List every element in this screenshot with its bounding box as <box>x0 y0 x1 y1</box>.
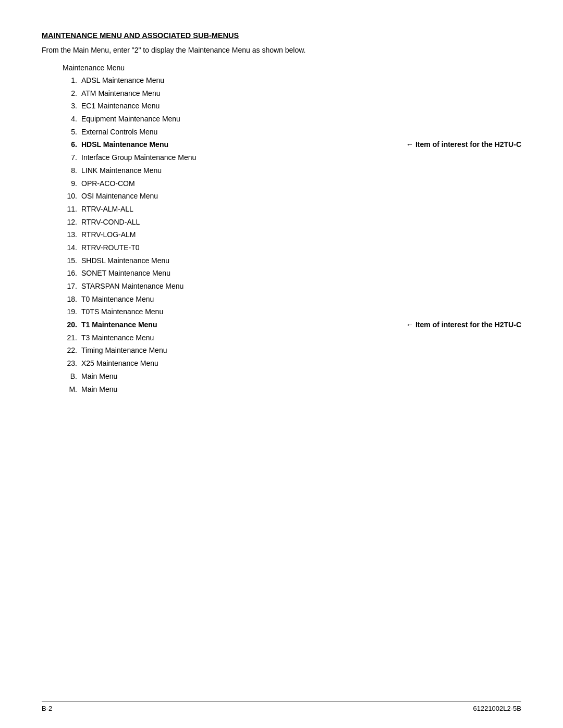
item-label: Main Menu <box>81 371 521 382</box>
item-label: RTRV-ALM-ALL <box>81 204 521 215</box>
item-number: 13. <box>63 229 81 241</box>
item-number: 20. <box>63 319 81 331</box>
list-item: 16.SONET Maintenance Menu <box>63 268 521 279</box>
section-title: MAINTENANCE MENU AND ASSOCIATED SUB-MENU… <box>42 31 521 40</box>
item-number: 17. <box>63 281 81 292</box>
item-label: Interface Group Maintenance Menu <box>81 152 521 164</box>
item-annotation: ← Item of interest for the H2TU-C <box>406 319 521 331</box>
item-label: ADSL Maintenance Menu <box>81 75 521 87</box>
item-label: X25 Maintenance Menu <box>81 358 521 369</box>
item-number: 11. <box>63 204 81 215</box>
list-item: 23.X25 Maintenance Menu <box>63 358 521 369</box>
item-label: Equipment Maintenance Menu <box>81 114 521 125</box>
list-item: 8.LINK Maintenance Menu <box>63 165 521 177</box>
item-number: B. <box>63 371 81 382</box>
list-item: 12.RTRV-COND-ALL <box>63 217 521 228</box>
footer: B-2 61221002L2-5B <box>42 701 521 712</box>
item-number: 15. <box>63 255 81 267</box>
intro-text: From the Main Menu, enter "2" to display… <box>42 46 521 54</box>
menu-label: Maintenance Menu <box>63 64 521 72</box>
footer-right: 61221002L2-5B <box>473 705 521 712</box>
item-label: External Controls Menu <box>81 127 521 138</box>
menu-list: 1.ADSL Maintenance Menu2.ATM Maintenance… <box>63 75 521 395</box>
item-label: Main Menu <box>81 384 521 396</box>
list-item: 17.STARSPAN Maintenance Menu <box>63 281 521 292</box>
item-label: STARSPAN Maintenance Menu <box>81 281 521 292</box>
item-label: RTRV-ROUTE-T0 <box>81 242 521 254</box>
list-item: 20.T1 Maintenance Menu← Item of interest… <box>63 319 521 331</box>
item-number: 10. <box>63 191 81 202</box>
item-number: 6. <box>63 139 81 151</box>
item-number: 5. <box>63 127 81 138</box>
list-item: 15.SHDSL Maintenance Menu <box>63 255 521 267</box>
list-item: 10.OSI Maintenance Menu <box>63 191 521 202</box>
list-item: M.Main Menu <box>63 384 521 396</box>
item-label: T0TS Maintenance Menu <box>81 306 521 318</box>
item-label: OSI Maintenance Menu <box>81 191 521 202</box>
item-label: Timing Maintenance Menu <box>81 345 521 356</box>
list-item: B.Main Menu <box>63 371 521 382</box>
item-number: 21. <box>63 332 81 344</box>
list-item: 22.Timing Maintenance Menu <box>63 345 521 356</box>
list-item: 18.T0 Maintenance Menu <box>63 294 521 305</box>
list-item: 1.ADSL Maintenance Menu <box>63 75 521 87</box>
item-label: EC1 Maintenance Menu <box>81 101 521 112</box>
item-number: 2. <box>63 88 81 100</box>
item-number: 8. <box>63 165 81 177</box>
list-item: 2.ATM Maintenance Menu <box>63 88 521 100</box>
list-item: 5.External Controls Menu <box>63 127 521 138</box>
page: MAINTENANCE MENU AND ASSOCIATED SUB-MENU… <box>0 0 563 728</box>
item-label: RTRV-COND-ALL <box>81 217 521 228</box>
item-number: 7. <box>63 152 81 164</box>
item-number: 16. <box>63 268 81 279</box>
list-item: 21.T3 Maintenance Menu <box>63 332 521 344</box>
item-label: RTRV-LOG-ALM <box>81 229 521 241</box>
list-item: 13.RTRV-LOG-ALM <box>63 229 521 241</box>
item-number: 1. <box>63 75 81 87</box>
item-number: 9. <box>63 178 81 190</box>
item-label: T1 Maintenance Menu <box>81 319 375 331</box>
item-number: 22. <box>63 345 81 356</box>
item-label: LINK Maintenance Menu <box>81 165 521 177</box>
item-label: SHDSL Maintenance Menu <box>81 255 521 267</box>
list-item: 14.RTRV-ROUTE-T0 <box>63 242 521 254</box>
menu-container: Maintenance Menu 1.ADSL Maintenance Menu… <box>63 64 521 395</box>
list-item: 3.EC1 Maintenance Menu <box>63 101 521 112</box>
list-item: 19.T0TS Maintenance Menu <box>63 306 521 318</box>
item-label: T0 Maintenance Menu <box>81 294 521 305</box>
item-number: 4. <box>63 114 81 125</box>
item-label: HDSL Maintenance Menu <box>81 139 375 151</box>
list-item: 7.Interface Group Maintenance Menu <box>63 152 521 164</box>
item-label: T3 Maintenance Menu <box>81 332 521 344</box>
item-number: 3. <box>63 101 81 112</box>
list-item: 4.Equipment Maintenance Menu <box>63 114 521 125</box>
list-item: 11.RTRV-ALM-ALL <box>63 204 521 215</box>
list-item: 9.OPR-ACO-COM <box>63 178 521 190</box>
item-label: ATM Maintenance Menu <box>81 88 521 100</box>
item-number: 19. <box>63 306 81 318</box>
item-number: 18. <box>63 294 81 305</box>
item-number: 12. <box>63 217 81 228</box>
list-item: 6.HDSL Maintenance Menu← Item of interes… <box>63 139 521 151</box>
item-annotation: ← Item of interest for the H2TU-C <box>406 139 521 151</box>
item-number: 23. <box>63 358 81 369</box>
item-label: OPR-ACO-COM <box>81 178 521 190</box>
footer-left: B-2 <box>42 705 52 712</box>
item-number: 14. <box>63 242 81 254</box>
item-label: SONET Maintenance Menu <box>81 268 521 279</box>
item-number: M. <box>63 384 81 396</box>
